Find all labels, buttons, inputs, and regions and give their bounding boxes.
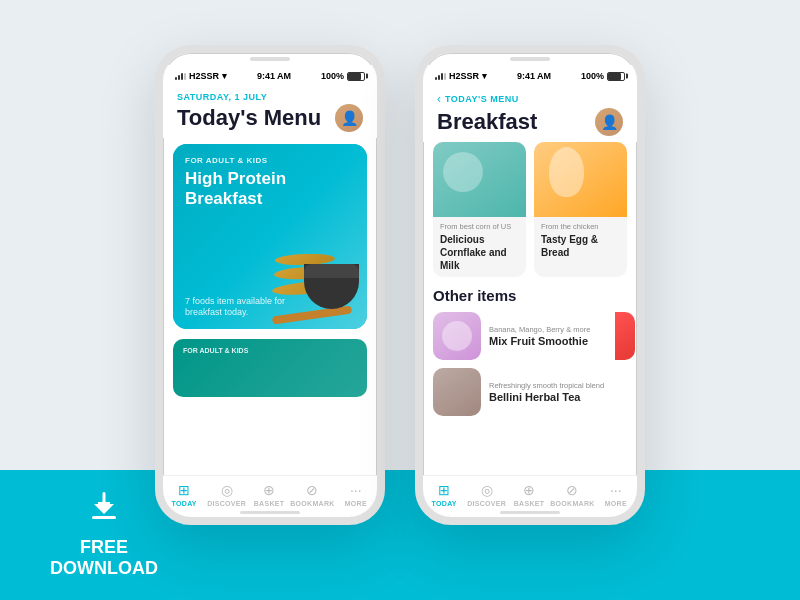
nav2-basket[interactable]: ⊕ BASKET: [508, 482, 550, 507]
carrier-label-2: H2SSR: [449, 71, 479, 81]
wifi-icon: ▾: [222, 71, 227, 81]
phone-1: H2SSR ▾ 9:41 AM 100% SATURDAY, 1 JULY To…: [155, 45, 385, 525]
mini-card[interactable]: FOR ADULT & KIDS: [173, 339, 367, 397]
other-item-tea[interactable]: Refreshingly smooth tropical blend Belli…: [433, 368, 627, 416]
free-download-area[interactable]: FREE DOWNLOAD: [50, 488, 158, 580]
breakfast-content: From best corn of US Delicious Cornflake…: [423, 142, 637, 475]
smoothie-source: Banana, Mango, Berry & more: [489, 325, 607, 334]
home-indicator: [240, 511, 300, 514]
basket-icon-2: ⊕: [523, 482, 535, 498]
more-label: MORE: [345, 500, 367, 507]
free-download-label: FREE DOWNLOAD: [50, 537, 158, 580]
nav2-bookmark[interactable]: ⊘ BOOKMARK: [550, 482, 594, 507]
phone2-time: 9:41 AM: [517, 71, 551, 81]
food-card-info-2: From the chicken Tasty Egg & Bread: [534, 217, 627, 264]
phone2-header-row: Breakfast 👤: [437, 108, 623, 136]
home-indicator-2: [500, 511, 560, 514]
tea-info: Refreshingly smooth tropical blend Belli…: [489, 381, 627, 403]
smoothie-circle: [442, 321, 472, 351]
bookmark-label-2: BOOKMARK: [550, 500, 594, 507]
bowl: [304, 264, 359, 309]
signal-bar-2: [178, 75, 180, 80]
hero-title: High Protein Breakfast: [185, 169, 295, 210]
discover-icon-2: ◎: [481, 482, 493, 498]
back-navigation[interactable]: ‹ TODAY'S MENU: [437, 92, 623, 106]
other-item-smoothie[interactable]: Banana, Mango, Berry & more Mix Fruit Sm…: [433, 312, 627, 360]
corn-decoration: [443, 152, 483, 192]
food-card-source-2: From the chicken: [541, 222, 620, 231]
food-card-1[interactable]: From best corn of US Delicious Cornflake…: [433, 142, 526, 277]
food-card-name-1: Delicious Cornflake and Milk: [440, 233, 519, 272]
today-label: TODAY: [172, 500, 197, 507]
wifi-icon-2: ▾: [482, 71, 487, 81]
nav2-more[interactable]: ··· MORE: [595, 482, 637, 507]
sb3: [441, 73, 443, 80]
signal-bars-2: [435, 73, 446, 80]
battery-percent-2: 100%: [581, 71, 604, 81]
basket-label: BASKET: [254, 500, 285, 507]
hero-tag: FOR ADULT & KIDS: [185, 156, 295, 165]
signal-bar-3: [181, 73, 183, 80]
more-icon: ···: [350, 482, 362, 498]
bowl-top: [304, 264, 359, 278]
food-card-2[interactable]: From the chicken Tasty Egg & Bread: [534, 142, 627, 277]
phones-container: H2SSR ▾ 9:41 AM 100% SATURDAY, 1 JULY To…: [155, 45, 645, 525]
signal-bar-4: [184, 73, 186, 80]
hero-card[interactable]: FOR ADULT & KIDS High Protein Breakfast …: [173, 144, 367, 329]
battery-icon-2: [607, 72, 625, 81]
speaker-hole-2: [510, 57, 550, 61]
sb2: [438, 75, 440, 80]
phone1-home-area: [163, 511, 377, 517]
phone1-status-bar: H2SSR ▾ 9:41 AM 100%: [163, 65, 377, 84]
avatar-face: 👤: [335, 104, 363, 132]
hero-subtitle: 7 foods item available for breakfast tod…: [185, 296, 305, 319]
sb1: [435, 77, 437, 80]
bookmark-icon-2: ⊘: [566, 482, 578, 498]
discover-icon: ◎: [221, 482, 233, 498]
food-card-source-1: From best corn of US: [440, 222, 519, 231]
egg-decoration: [549, 147, 584, 197]
today-icon: ⊞: [178, 482, 190, 498]
phone2-status-bar: H2SSR ▾ 9:41 AM 100%: [423, 65, 637, 84]
svg-marker-2: [94, 502, 114, 514]
back-label: TODAY'S MENU: [445, 94, 519, 104]
tea-source: Refreshingly smooth tropical blend: [489, 381, 627, 390]
smoothie-img: [433, 312, 481, 360]
phone1-date: SATURDAY, 1 JULY: [177, 92, 363, 102]
phone2-avatar[interactable]: 👤: [595, 108, 623, 136]
nav-bookmark[interactable]: ⊘ BOOKMARK: [290, 482, 334, 507]
phone1-speaker: [163, 53, 377, 65]
phone2-status-left: H2SSR ▾: [435, 71, 487, 81]
smoothie-bg: [433, 312, 481, 360]
food-card-info-1: From best corn of US Delicious Cornflake…: [433, 217, 526, 277]
phone1-header-row: Today's Menu 👤: [177, 104, 363, 132]
basket-label-2: BASKET: [514, 500, 545, 507]
hero-text-overlay: FOR ADULT & KIDS High Protein Breakfast: [173, 144, 307, 222]
tea-bg: [433, 368, 481, 416]
phone1-avatar[interactable]: 👤: [335, 104, 363, 132]
nav-discover[interactable]: ◎ DISCOVER: [205, 482, 247, 507]
basket-icon: ⊕: [263, 482, 275, 498]
other-items-title: Other items: [433, 287, 627, 304]
phone2-page-title: Breakfast: [437, 109, 537, 135]
mini-card-tag: FOR ADULT & KIDS: [183, 347, 248, 354]
nav2-today[interactable]: ⊞ TODAY: [423, 482, 465, 507]
mini-card-bg: FOR ADULT & KIDS: [173, 339, 367, 397]
discover-label: DISCOVER: [207, 500, 246, 507]
smoothie-name: Mix Fruit Smoothie: [489, 335, 607, 347]
phone1-time: 9:41 AM: [257, 71, 291, 81]
nav2-discover[interactable]: ◎ DISCOVER: [465, 482, 507, 507]
smoothie-info: Banana, Mango, Berry & more Mix Fruit Sm…: [489, 325, 607, 347]
bookmark-label: BOOKMARK: [290, 500, 334, 507]
more-icon-2: ···: [610, 482, 622, 498]
carrier-label: H2SSR: [189, 71, 219, 81]
nav-today[interactable]: ⊞ TODAY: [163, 482, 205, 507]
nav-more[interactable]: ··· MORE: [335, 482, 377, 507]
download-icon: [50, 488, 158, 531]
bookmark-icon: ⊘: [306, 482, 318, 498]
nav-basket[interactable]: ⊕ BASKET: [248, 482, 290, 507]
speaker-hole: [250, 57, 290, 61]
today-label-2: TODAY: [432, 500, 457, 507]
battery-percent: 100%: [321, 71, 344, 81]
avatar-face-2: 👤: [595, 108, 623, 136]
